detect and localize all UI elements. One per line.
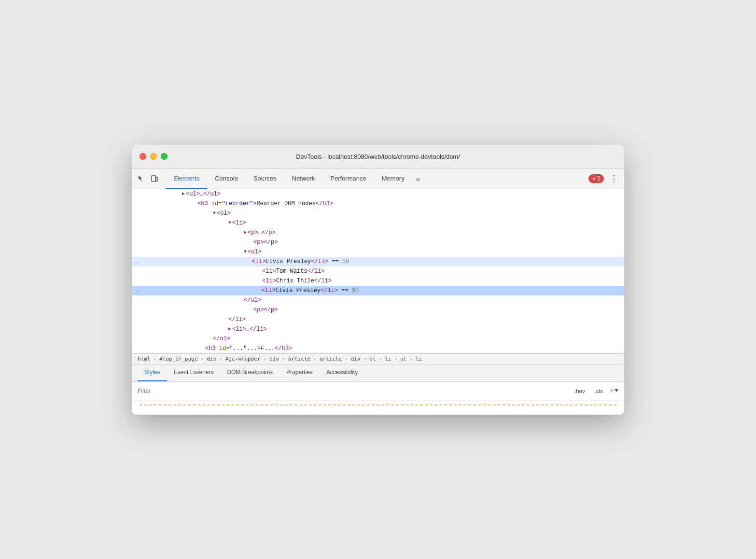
svg-rect-1 <box>156 177 158 181</box>
tab-list: Elements Console Sources Network Perform… <box>166 169 588 189</box>
tab-performance[interactable]: Performance <box>322 169 374 189</box>
dom-line[interactable]: <p></p> <box>132 238 624 247</box>
breadcrumb-item-li[interactable]: li <box>385 356 391 362</box>
tab-memory[interactable]: Memory <box>374 169 412 189</box>
tab-elements[interactable]: Elements <box>166 169 207 189</box>
maximize-button[interactable] <box>161 153 168 160</box>
breadcrumb-item-li2[interactable]: li <box>416 356 422 362</box>
dom-line[interactable]: <h3 id= "..." ...> F... </h3> <box>132 344 624 353</box>
dom-line[interactable]: ▶ <ul> … </ul> <box>132 189 624 199</box>
filter-bar: :hov .cls + <box>132 382 624 400</box>
tab-styles[interactable]: Styles <box>138 364 167 381</box>
error-badge[interactable]: 5 <box>588 174 604 183</box>
breadcrumb-item-top[interactable]: #top_of_page <box>159 356 197 362</box>
dom-line-elvis-selected[interactable]: … <li> Elvis Presley </li> == $0 <box>132 257 624 266</box>
dom-line[interactable]: ▼ <ul> <box>132 247 624 257</box>
breadcrumb-item-gcwrapper[interactable]: #gc-wrapper <box>225 356 261 362</box>
dom-line[interactable]: ▼ <li> <box>132 218 624 228</box>
tab-right-controls: 5 ⋮ <box>588 173 620 184</box>
tab-network[interactable]: Network <box>284 169 323 189</box>
dom-line[interactable]: <p></p> <box>132 305 624 315</box>
tab-dom-breakpoints[interactable]: DOM Breakpoints <box>220 364 280 381</box>
tab-event-listeners[interactable]: Event Listeners <box>167 364 221 381</box>
dom-line[interactable]: ▶ <p> … </p> <box>132 228 624 238</box>
triangle-icon: ▶ <box>244 228 247 238</box>
svg-marker-2 <box>615 389 618 392</box>
device-icon[interactable] <box>149 173 160 184</box>
breadcrumb-item-article1[interactable]: article <box>288 356 310 362</box>
breadcrumb-item-div2[interactable]: div <box>269 356 279 362</box>
dots-indicator: … <box>136 257 139 266</box>
filter-input[interactable] <box>138 388 568 394</box>
breadcrumb-item-html[interactable]: html <box>138 356 151 362</box>
breadcrumb-item-article2[interactable]: article <box>320 356 342 362</box>
tab-icons <box>136 173 160 184</box>
dom-line[interactable]: </ol> <box>132 334 624 344</box>
breadcrumb-item-ol[interactable]: ol <box>369 356 376 362</box>
breadcrumb-item-ul[interactable]: ul <box>400 356 406 362</box>
dom-panel: ▶ <ul> … </ul> <h3 id= "reorder" > Reord… <box>132 189 624 353</box>
dom-line-elvis-primary[interactable]: … <li> Elvis Presley </li> == $0 <box>132 286 624 295</box>
dom-line[interactable]: </li> <box>132 315 624 324</box>
triangle-icon: ▼ <box>213 209 216 218</box>
devtools-window: DevTools - localhost:8080/web/tools/chro… <box>132 145 624 415</box>
small-triangle-icon <box>615 389 618 393</box>
add-style-button[interactable]: + <box>610 388 618 394</box>
close-button[interactable] <box>140 153 146 160</box>
devtools-tab-bar: Elements Console Sources Network Perform… <box>132 169 624 189</box>
more-menu-button[interactable]: ⋮ <box>608 173 620 184</box>
title-bar: DevTools - localhost:8080/web/tools/chro… <box>132 145 624 169</box>
filter-actions: :hov .cls + <box>572 387 618 395</box>
cls-button[interactable]: .cls <box>592 387 605 395</box>
breadcrumb-bar: html › #top_of_page › div › #gc-wrapper … <box>132 353 624 364</box>
tab-console[interactable]: Console <box>207 169 246 189</box>
tab-properties[interactable]: Properties <box>280 364 320 381</box>
more-tabs-button[interactable]: » <box>412 169 424 189</box>
triangle-icon: ▶ <box>228 324 231 334</box>
dashed-divider <box>140 405 616 405</box>
hov-button[interactable]: :hov <box>572 387 588 395</box>
breadcrumb-item-div3[interactable]: div <box>351 356 361 362</box>
triangle-icon: ▼ <box>228 218 231 228</box>
bottom-tab-bar: Styles Event Listeners DOM Breakpoints P… <box>132 364 624 382</box>
dom-line[interactable]: <li> Chris Thile </li> <box>132 276 624 286</box>
tab-accessibility[interactable]: Accessibility <box>320 364 364 381</box>
dom-line[interactable]: ▶ <li> … </li> <box>132 324 624 334</box>
tab-sources[interactable]: Sources <box>246 169 284 189</box>
window-title: DevTools - localhost:8080/web/tools/chro… <box>296 153 460 160</box>
traffic-lights <box>140 153 168 160</box>
dom-line[interactable]: <h3 id= "reorder" > Reorder DOM nodes </… <box>132 199 624 209</box>
dots-indicator: … <box>136 286 139 295</box>
svg-rect-0 <box>152 176 155 182</box>
inspect-icon[interactable] <box>136 173 146 184</box>
dom-line[interactable]: ▼ <ol> <box>132 209 624 218</box>
minimize-button[interactable] <box>150 153 157 160</box>
breadcrumb-item-div1[interactable]: div <box>207 356 216 362</box>
triangle-icon: ▼ <box>244 247 247 257</box>
dom-line[interactable]: <li> Tom Waits </li> <box>132 266 624 276</box>
triangle-icon: ▶ <box>182 189 185 199</box>
dom-line[interactable]: </ul> <box>132 295 624 305</box>
styles-area <box>132 400 624 415</box>
